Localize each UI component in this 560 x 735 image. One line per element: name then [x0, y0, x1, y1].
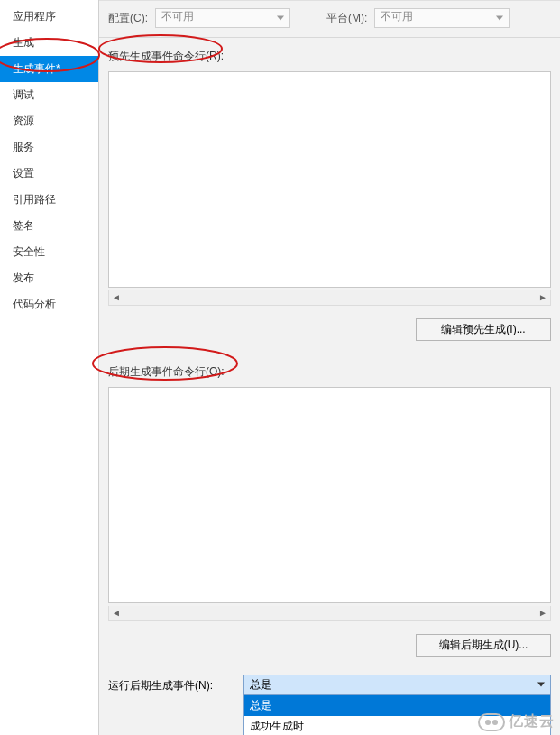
sidebar-item-label: 生成事件* [13, 62, 60, 75]
sidebar-item-label: 设置 [13, 167, 34, 179]
postbuild-label: 后期生成事件命令行(O): [108, 364, 225, 380]
sidebar-item-security[interactable]: 安全性 [0, 239, 98, 265]
sidebar: 应用程序 生成 生成事件* 调试 资源 服务 设置 引用路径 签名 安全性 发布… [0, 0, 99, 735]
config-platform-row: 配置(C): 不可用 平台(M): 不可用 [99, 1, 560, 38]
platform-select[interactable]: 不可用 [374, 8, 510, 28]
config-label: 配置(C): [108, 11, 148, 26]
run-postbuild-select[interactable]: 总是 [243, 675, 551, 694]
sidebar-item-label: 应用程序 [13, 10, 56, 23]
sidebar-item-build-events[interactable]: 生成事件* [0, 56, 98, 82]
sidebar-item-label: 发布 [13, 271, 34, 284]
sidebar-item-label: 代码分析 [13, 298, 56, 310]
watermark-text: 亿速云 [509, 712, 555, 731]
main-panel: 配置(C): 不可用 平台(M): 不可用 预先生成事件命令行(R): ◄ ► … [99, 0, 560, 735]
sidebar-item-label: 资源 [13, 115, 34, 127]
postbuild-h-scrollbar[interactable]: ◄ ► [108, 606, 551, 621]
edit-prebuild-button[interactable]: 编辑预先生成(I)... [416, 318, 551, 341]
sidebar-item-settings[interactable]: 设置 [0, 161, 98, 187]
sidebar-item-resources[interactable]: 资源 [0, 108, 98, 134]
sidebar-item-debug[interactable]: 调试 [0, 82, 98, 108]
run-postbuild-value: 总是 [250, 677, 271, 693]
watermark: 亿速云 [478, 712, 555, 731]
sidebar-item-application[interactable]: 应用程序 [0, 4, 98, 30]
prebuild-h-scrollbar[interactable]: ◄ ► [108, 290, 551, 306]
scroll-left-icon: ◄ [112, 609, 121, 618]
scroll-right-icon: ► [538, 609, 547, 618]
prebuild-label: 预先生成事件命令行(R): [108, 49, 224, 64]
postbuild-textarea[interactable] [108, 387, 551, 603]
sidebar-item-label: 调试 [13, 88, 34, 101]
sidebar-item-signing[interactable]: 签名 [0, 213, 98, 239]
postbuild-section: 后期生成事件命令行(O): ◄ ► [99, 354, 560, 625]
run-postbuild-row: 运行后期生成事件(N): 总是 总是 成功生成时 生成更新项目输出时 [99, 669, 560, 694]
sidebar-item-publish[interactable]: 发布 [0, 265, 98, 291]
watermark-icon [478, 713, 505, 731]
sidebar-item-label: 安全性 [13, 245, 45, 258]
platform-label: 平台(M): [326, 11, 367, 26]
run-postbuild-label: 运行后期生成事件(N): [108, 675, 213, 694]
sidebar-item-label: 引用路径 [13, 193, 56, 206]
sidebar-item-reference-paths[interactable]: 引用路径 [0, 187, 98, 213]
config-select[interactable]: 不可用 [155, 8, 290, 28]
sidebar-item-build[interactable]: 生成 [0, 30, 98, 56]
sidebar-item-label: 服务 [13, 141, 34, 153]
sidebar-item-label: 签名 [13, 219, 34, 232]
sidebar-item-services[interactable]: 服务 [0, 134, 98, 161]
scroll-right-icon: ► [538, 293, 547, 302]
prebuild-textarea[interactable] [108, 71, 551, 288]
prebuild-section: 预先生成事件命令行(R): ◄ ► [99, 38, 560, 309]
scroll-left-icon: ◄ [112, 293, 121, 302]
sidebar-item-label: 生成 [13, 36, 34, 49]
sidebar-item-code-analysis[interactable]: 代码分析 [0, 291, 98, 317]
edit-postbuild-button[interactable]: 编辑后期生成(U)... [416, 634, 551, 657]
